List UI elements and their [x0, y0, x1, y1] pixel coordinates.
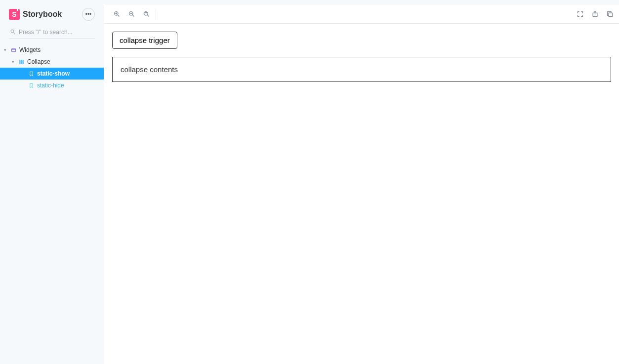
sidebar-menu-button[interactable]: •••: [82, 8, 95, 21]
sidebar-header: S Storybook •••: [0, 6, 104, 26]
svg-line-15: [147, 15, 149, 16]
bookmark-icon: [29, 83, 34, 88]
svg-rect-3: [20, 60, 21, 61]
chevron-down-icon: ▾: [4, 47, 9, 52]
brand-logo[interactable]: S Storybook: [9, 9, 62, 20]
copy-link-button[interactable]: [605, 10, 614, 19]
svg-point-0: [11, 30, 14, 33]
story-tree: ▾ Widgets ▾ Collapse static-show: [0, 44, 104, 91]
tree-component-collapse[interactable]: ▾ Collapse: [0, 56, 104, 68]
svg-rect-6: [22, 62, 23, 63]
storybook-logo-icon: S: [9, 9, 20, 20]
search-input[interactable]: [19, 29, 94, 36]
svg-rect-2: [11, 48, 15, 51]
sidebar: S Storybook ••• ▾ Widgets ▾ Colla: [0, 0, 104, 364]
tree-label: static-hide: [37, 82, 64, 89]
search-field[interactable]: [9, 26, 95, 39]
zoom-in-button[interactable]: [112, 10, 121, 19]
tree-label: Collapse: [27, 58, 50, 65]
tree-folder-widgets[interactable]: ▾ Widgets: [0, 44, 104, 56]
brand-name: Storybook: [23, 10, 62, 19]
svg-point-14: [144, 12, 148, 16]
svg-rect-5: [20, 62, 21, 63]
tree-story-static-hide[interactable]: static-hide: [0, 80, 104, 91]
fullscreen-button[interactable]: [576, 10, 584, 19]
preview-canvas: collapse trigger collapse contents: [104, 24, 619, 364]
collapse-trigger-button[interactable]: collapse trigger: [112, 32, 177, 49]
svg-line-1: [13, 32, 15, 34]
svg-line-12: [132, 15, 134, 16]
tree-label: Widgets: [19, 46, 41, 53]
preview-toolbar: [104, 5, 619, 24]
svg-rect-17: [609, 13, 613, 17]
svg-line-8: [118, 15, 119, 16]
open-new-tab-button[interactable]: [590, 10, 599, 19]
zoom-reset-button[interactable]: [142, 10, 151, 19]
tree-story-static-show[interactable]: static-show: [0, 68, 104, 80]
search-container: [0, 26, 104, 44]
search-icon: [10, 28, 16, 37]
collapse-contents-panel: collapse contents: [112, 57, 611, 82]
svg-rect-4: [22, 60, 23, 61]
bookmark-icon: [29, 71, 34, 77]
toolbar-divider: [156, 9, 156, 20]
tree-label: static-show: [37, 70, 70, 77]
zoom-out-button[interactable]: [127, 10, 136, 19]
ellipsis-icon: •••: [85, 11, 92, 18]
component-icon: [19, 59, 24, 65]
chevron-down-icon: ▾: [12, 59, 17, 64]
main-panel: collapse trigger collapse contents: [104, 5, 619, 364]
folder-icon: [11, 47, 16, 53]
